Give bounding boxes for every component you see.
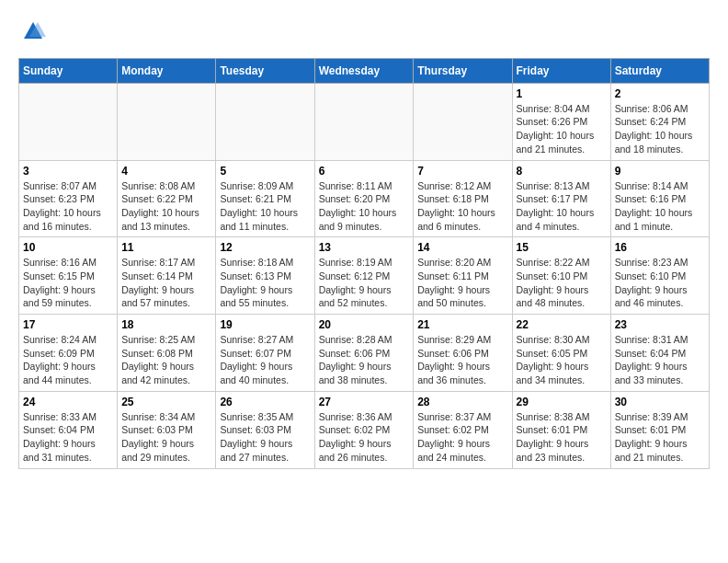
calendar-cell: 21Sunrise: 8:29 AMSunset: 6:06 PMDayligh…	[414, 315, 512, 392]
day-info: Sunrise: 8:07 AMSunset: 6:23 PMDaylight:…	[23, 179, 113, 234]
day-info: Sunrise: 8:29 AMSunset: 6:06 PMDaylight:…	[417, 333, 507, 387]
day-info: Sunrise: 8:35 AMSunset: 6:03 PMDaylight:…	[220, 410, 310, 465]
day-number: 7	[417, 165, 507, 178]
day-number: 30	[615, 396, 705, 408]
calendar-cell: 9Sunrise: 8:14 AMSunset: 6:16 PMDaylight…	[610, 160, 709, 237]
day-number: 11	[121, 241, 211, 254]
calendar-cell: 14Sunrise: 8:20 AMSunset: 6:11 PMDayligh…	[414, 237, 512, 315]
calendar-cell: 3Sunrise: 8:07 AMSunset: 6:23 PMDaylight…	[19, 160, 118, 237]
page-header	[18, 18, 710, 49]
calendar-cell	[216, 83, 314, 160]
calendar-cell: 15Sunrise: 8:22 AMSunset: 6:10 PMDayligh…	[512, 237, 610, 315]
day-number: 6	[319, 165, 410, 178]
calendar-cell: 1Sunrise: 8:04 AMSunset: 6:26 PMDaylight…	[512, 83, 610, 160]
day-number: 2	[615, 87, 705, 100]
day-number: 19	[220, 318, 310, 331]
day-info: Sunrise: 8:04 AMSunset: 6:26 PMDaylight:…	[517, 102, 607, 156]
logo	[18, 18, 46, 49]
col-header-wednesday: Wednesday	[314, 58, 414, 83]
day-number: 29	[517, 396, 607, 408]
day-number: 22	[517, 318, 607, 331]
calendar-week-4: 17Sunrise: 8:24 AMSunset: 6:09 PMDayligh…	[19, 315, 710, 392]
day-info: Sunrise: 8:09 AMSunset: 6:21 PMDaylight:…	[220, 179, 310, 234]
day-info: Sunrise: 8:39 AMSunset: 6:01 PMDaylight:…	[615, 410, 705, 465]
day-info: Sunrise: 8:12 AMSunset: 6:18 PMDaylight:…	[417, 179, 507, 234]
day-number: 13	[319, 241, 410, 254]
day-info: Sunrise: 8:38 AMSunset: 6:01 PMDaylight:…	[517, 410, 607, 465]
col-header-monday: Monday	[118, 58, 216, 83]
calendar-week-3: 10Sunrise: 8:16 AMSunset: 6:15 PMDayligh…	[19, 237, 710, 315]
day-number: 10	[23, 241, 113, 254]
calendar-cell: 7Sunrise: 8:12 AMSunset: 6:18 PMDaylight…	[414, 160, 512, 237]
day-info: Sunrise: 8:28 AMSunset: 6:06 PMDaylight:…	[319, 333, 410, 387]
day-info: Sunrise: 8:22 AMSunset: 6:10 PMDaylight:…	[517, 256, 607, 310]
calendar-cell: 25Sunrise: 8:34 AMSunset: 6:03 PMDayligh…	[118, 391, 216, 468]
calendar-cell: 13Sunrise: 8:19 AMSunset: 6:12 PMDayligh…	[314, 237, 414, 315]
calendar-cell: 8Sunrise: 8:13 AMSunset: 6:17 PMDaylight…	[512, 160, 610, 237]
calendar-cell: 4Sunrise: 8:08 AMSunset: 6:22 PMDaylight…	[118, 160, 216, 237]
col-header-tuesday: Tuesday	[216, 58, 314, 83]
day-number: 14	[417, 241, 507, 254]
day-info: Sunrise: 8:37 AMSunset: 6:02 PMDaylight:…	[417, 410, 507, 465]
col-header-saturday: Saturday	[610, 58, 709, 83]
day-info: Sunrise: 8:13 AMSunset: 6:17 PMDaylight:…	[517, 179, 607, 234]
calendar-cell: 19Sunrise: 8:27 AMSunset: 6:07 PMDayligh…	[216, 315, 314, 392]
day-info: Sunrise: 8:33 AMSunset: 6:04 PMDaylight:…	[23, 410, 113, 465]
calendar-cell: 16Sunrise: 8:23 AMSunset: 6:10 PMDayligh…	[610, 237, 709, 315]
calendar-header-row: SundayMondayTuesdayWednesdayThursdayFrid…	[19, 58, 710, 83]
day-info: Sunrise: 8:08 AMSunset: 6:22 PMDaylight:…	[121, 179, 211, 234]
logo-icon	[20, 18, 46, 44]
calendar-week-2: 3Sunrise: 8:07 AMSunset: 6:23 PMDaylight…	[19, 160, 710, 237]
calendar-cell: 17Sunrise: 8:24 AMSunset: 6:09 PMDayligh…	[19, 315, 118, 392]
calendar-cell: 12Sunrise: 8:18 AMSunset: 6:13 PMDayligh…	[216, 237, 314, 315]
day-number: 15	[517, 241, 607, 254]
day-number: 8	[517, 165, 607, 178]
calendar-cell: 2Sunrise: 8:06 AMSunset: 6:24 PMDaylight…	[610, 83, 709, 160]
day-number: 5	[220, 165, 310, 178]
calendar-table: SundayMondayTuesdayWednesdayThursdayFrid…	[18, 58, 710, 469]
calendar-week-5: 24Sunrise: 8:33 AMSunset: 6:04 PMDayligh…	[19, 391, 710, 468]
day-info: Sunrise: 8:16 AMSunset: 6:15 PMDaylight:…	[23, 256, 113, 310]
day-info: Sunrise: 8:27 AMSunset: 6:07 PMDaylight:…	[220, 333, 310, 387]
day-info: Sunrise: 8:36 AMSunset: 6:02 PMDaylight:…	[319, 410, 410, 465]
day-info: Sunrise: 8:17 AMSunset: 6:14 PMDaylight:…	[121, 256, 211, 310]
day-info: Sunrise: 8:06 AMSunset: 6:24 PMDaylight:…	[615, 102, 705, 156]
day-info: Sunrise: 8:18 AMSunset: 6:13 PMDaylight:…	[220, 256, 310, 310]
day-info: Sunrise: 8:25 AMSunset: 6:08 PMDaylight:…	[121, 333, 211, 387]
day-number: 28	[417, 396, 507, 408]
calendar-cell: 26Sunrise: 8:35 AMSunset: 6:03 PMDayligh…	[216, 391, 314, 468]
day-number: 4	[121, 165, 211, 178]
day-info: Sunrise: 8:30 AMSunset: 6:05 PMDaylight:…	[517, 333, 607, 387]
day-number: 17	[23, 318, 113, 331]
calendar-cell: 23Sunrise: 8:31 AMSunset: 6:04 PMDayligh…	[610, 315, 709, 392]
day-number: 20	[319, 318, 410, 331]
day-number: 21	[417, 318, 507, 331]
calendar-cell	[19, 83, 118, 160]
day-number: 25	[121, 396, 211, 408]
day-number: 1	[517, 87, 607, 100]
day-number: 26	[220, 396, 310, 408]
day-info: Sunrise: 8:23 AMSunset: 6:10 PMDaylight:…	[615, 256, 705, 310]
calendar-cell	[414, 83, 512, 160]
calendar-cell: 29Sunrise: 8:38 AMSunset: 6:01 PMDayligh…	[512, 391, 610, 468]
calendar-week-1: 1Sunrise: 8:04 AMSunset: 6:26 PMDaylight…	[19, 83, 710, 160]
calendar-cell: 10Sunrise: 8:16 AMSunset: 6:15 PMDayligh…	[19, 237, 118, 315]
calendar-cell: 20Sunrise: 8:28 AMSunset: 6:06 PMDayligh…	[314, 315, 414, 392]
calendar-cell: 18Sunrise: 8:25 AMSunset: 6:08 PMDayligh…	[118, 315, 216, 392]
calendar-cell: 11Sunrise: 8:17 AMSunset: 6:14 PMDayligh…	[118, 237, 216, 315]
day-number: 18	[121, 318, 211, 331]
calendar-cell: 27Sunrise: 8:36 AMSunset: 6:02 PMDayligh…	[314, 391, 414, 468]
calendar-cell: 28Sunrise: 8:37 AMSunset: 6:02 PMDayligh…	[414, 391, 512, 468]
day-info: Sunrise: 8:20 AMSunset: 6:11 PMDaylight:…	[417, 256, 507, 310]
col-header-friday: Friday	[512, 58, 610, 83]
day-number: 9	[615, 165, 705, 178]
calendar-cell: 6Sunrise: 8:11 AMSunset: 6:20 PMDaylight…	[314, 160, 414, 237]
day-number: 16	[615, 241, 705, 254]
calendar-cell	[118, 83, 216, 160]
col-header-thursday: Thursday	[414, 58, 512, 83]
calendar-cell: 22Sunrise: 8:30 AMSunset: 6:05 PMDayligh…	[512, 315, 610, 392]
calendar-cell: 5Sunrise: 8:09 AMSunset: 6:21 PMDaylight…	[216, 160, 314, 237]
day-info: Sunrise: 8:34 AMSunset: 6:03 PMDaylight:…	[121, 410, 211, 465]
day-info: Sunrise: 8:11 AMSunset: 6:20 PMDaylight:…	[319, 179, 410, 234]
day-info: Sunrise: 8:24 AMSunset: 6:09 PMDaylight:…	[23, 333, 113, 387]
